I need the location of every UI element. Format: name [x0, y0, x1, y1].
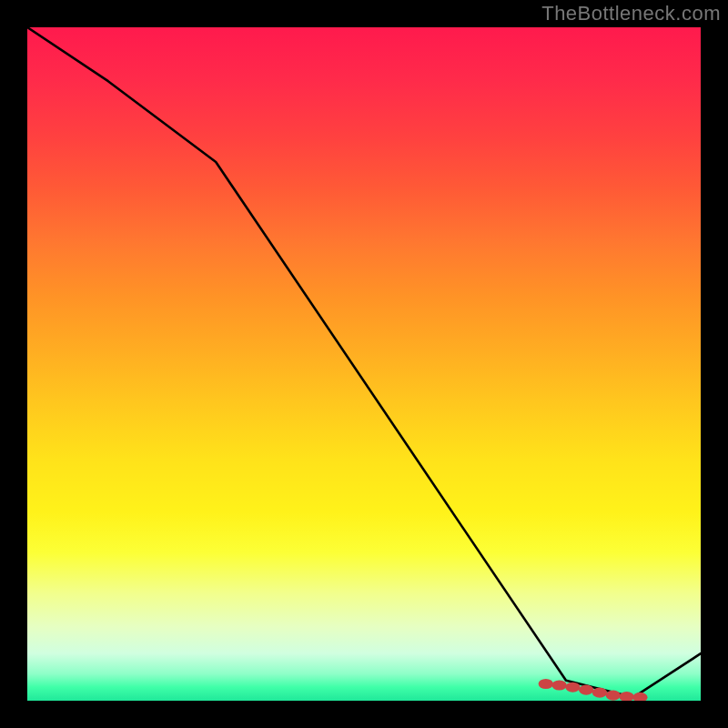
watermark-text: TheBottleneck.com — [541, 2, 721, 25]
optimal-point — [565, 682, 580, 693]
optimal-point — [551, 680, 566, 690]
optimal-point — [579, 685, 593, 695]
optimal-point — [592, 688, 607, 698]
optimal-point — [619, 692, 633, 701]
optimal-point — [539, 679, 553, 689]
plot-svg — [27, 27, 701, 701]
bottleneck-curve — [27, 27, 701, 697]
optimal-point — [606, 691, 621, 701]
chart-frame: TheBottleneck.com — [0, 0, 728, 728]
plot-area — [27, 27, 701, 701]
optimal-range-markers — [539, 679, 648, 701]
optimal-point — [632, 693, 647, 701]
